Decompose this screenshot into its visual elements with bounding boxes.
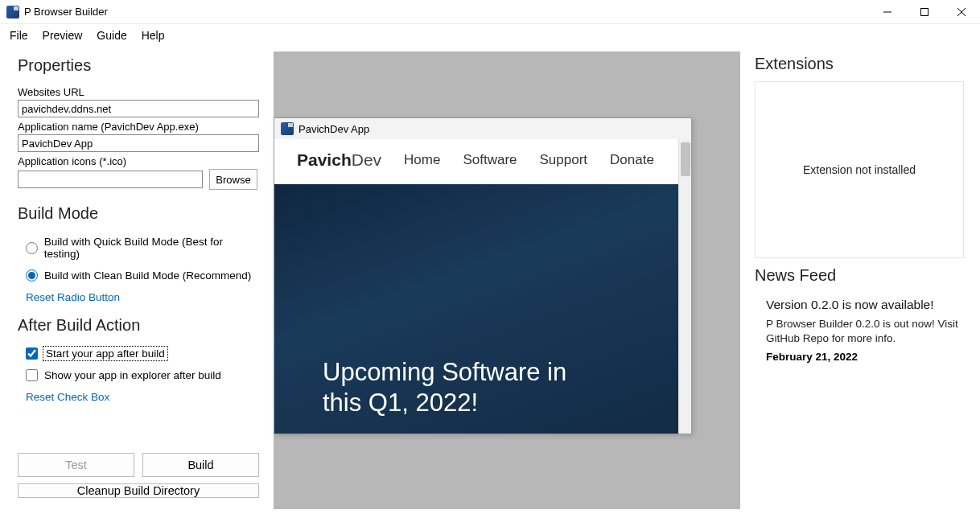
after-build-heading: After Build Action [18,316,259,335]
news-item: Version 0.2.0 is now available! P Browse… [755,293,964,363]
appname-input[interactable] [18,134,259,152]
news-item-body: P Browser Builder 0.2.0 is out now! Visi… [766,317,961,346]
reset-radio-link[interactable]: Reset Radio Button [26,291,259,303]
hero-banner: Upcoming Software in this Q1, 2022! [274,184,678,434]
radio-quick-label: Build with Quick Build Mode (Best for te… [44,236,259,260]
left-panel: Properties Websites URL Application name… [0,47,274,514]
svg-rect-1 [921,8,929,15]
build-mode-heading: Build Mode [18,204,259,223]
app-icon [6,6,19,19]
test-button[interactable]: Test [18,453,134,477]
right-panel: Extensions Extension not installed News … [747,47,980,514]
url-label: Websites URL [18,86,259,98]
preview-nav: PavichDev Home Software Support Donate [274,139,678,184]
nav-support[interactable]: Support [540,152,588,168]
scroll-thumb[interactable] [681,142,690,176]
radio-quick-build[interactable]: Build with Quick Build Mode (Best for te… [26,236,259,260]
check-show-explorer[interactable]: Show your app in explorer after build [26,369,259,381]
preview-area: PavichDev App PavichDev Home Software Su… [274,51,740,509]
icon-input[interactable] [18,171,203,188]
appname-label: Application name (PavichDev App.exe) [18,121,259,133]
menu-file[interactable]: File [10,29,28,42]
nav-donate[interactable]: Donate [610,152,654,168]
titlebar: P Browser Builder [0,0,980,24]
url-input[interactable] [18,100,259,117]
menu-preview[interactable]: Preview [43,29,83,42]
check-start-label: Start your app after build [44,347,167,360]
preview-title-text: PavichDev App [299,123,369,135]
preview-window: PavichDev App PavichDev Home Software Su… [274,117,692,434]
minimize-button[interactable] [869,0,906,24]
nav-home[interactable]: Home [404,152,440,168]
menubar: File Preview Guide Help [0,24,980,47]
nav-software[interactable]: Software [463,152,517,168]
news-item-date: February 21, 2022 [766,351,961,363]
menu-guide[interactable]: Guide [97,29,126,42]
browse-button[interactable]: Browse [209,169,257,190]
preview-app-icon [281,122,294,135]
check-start-after-build[interactable]: Start your app after build [26,347,259,360]
extensions-empty-text: Extension not installed [803,163,916,176]
maximize-button[interactable] [906,0,943,24]
news-heading: News Feed [755,266,964,285]
hero-text: Upcoming Software in this Q1, 2022! [323,357,566,420]
radio-clean-build[interactable]: Build with Clean Build Mode (Recommend) [26,269,259,282]
properties-heading: Properties [18,56,259,75]
reset-check-link[interactable]: Reset Check Box [26,391,259,403]
radio-clean-label: Build with Clean Build Mode (Recommend) [44,269,251,282]
build-button[interactable]: Build [142,453,259,477]
news-item-title: Version 0.2.0 is now available! [766,298,961,312]
extensions-box: Extension not installed [755,81,964,258]
window-title: P Browser Builder [24,6,108,18]
extensions-heading: Extensions [755,55,964,73]
menu-help[interactable]: Help [142,29,165,42]
close-button[interactable] [943,0,980,24]
preview-scrollbar[interactable] [678,139,691,434]
check-explorer-label: Show your app in explorer after build [44,369,221,381]
cleanup-button[interactable]: Cleanup Build Directory [18,483,259,498]
brand-logo: PavichDev [297,150,381,170]
icon-label: Application icons (*.ico) [18,155,259,167]
